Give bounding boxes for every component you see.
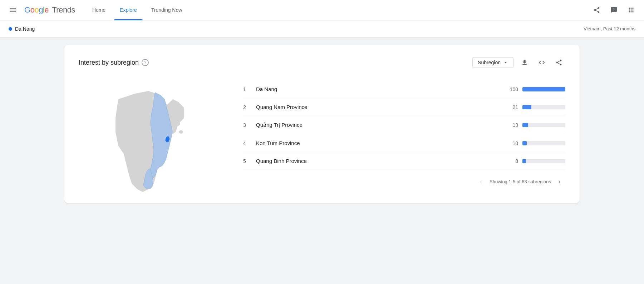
card-controls: Subregion <box>472 56 565 69</box>
rank-bar-container-1 <box>522 87 565 91</box>
rank-bar-fill-3 <box>522 123 528 127</box>
menu-button[interactable] <box>6 3 20 17</box>
next-page-button[interactable]: › <box>554 176 565 187</box>
interest-by-subregion-card: Interest by subregion ? Subregion <box>64 45 580 203</box>
nav-trending-now[interactable]: Trending Now <box>146 0 188 20</box>
rank-bar-container-5 <box>522 159 565 163</box>
rank-row-5: 5 Quang Binh Province 8 <box>243 152 565 170</box>
google-trends-logo: Google Trends <box>24 5 75 15</box>
embed-button[interactable] <box>535 56 548 69</box>
pagination: ‹ Showing 1-5 of 63 subregions › <box>243 176 565 187</box>
rank-row-3: 3 Quảng Trị Province 13 <box>243 116 565 134</box>
main-nav: Home Explore Trending Now <box>87 0 188 20</box>
nav-home[interactable]: Home <box>87 0 111 20</box>
share-card-button[interactable] <box>552 56 565 69</box>
card-header: Interest by subregion ? Subregion <box>79 56 565 69</box>
rank-number-4: 4 <box>243 140 252 146</box>
subregion-dropdown[interactable]: Subregion <box>472 57 514 68</box>
download-button[interactable] <box>518 56 531 69</box>
pagination-text: Showing 1-5 of 63 subregions <box>490 179 551 184</box>
main-content: Interest by subregion ? Subregion <box>0 38 644 210</box>
rank-number-5: 5 <box>243 158 252 164</box>
rank-name-5: Quang Binh Province <box>256 158 507 164</box>
rank-bar-fill-4 <box>522 141 527 145</box>
region-time-label: Vietnam, Past 12 months <box>584 26 635 31</box>
share-button[interactable] <box>590 3 604 17</box>
term-dot <box>9 27 12 31</box>
rank-row-4: 4 Kon Tum Province 10 <box>243 134 565 152</box>
nav-explore[interactable]: Explore <box>114 0 142 20</box>
vietnam-map <box>86 78 222 192</box>
rank-bar-container-4 <box>522 141 565 145</box>
rank-name-1: Da Nang <box>256 86 507 92</box>
rank-row-1: 1 Da Nang 100 <box>243 80 565 98</box>
apps-button[interactable] <box>624 3 638 17</box>
card-body: 1 Da Nang 100 2 Quang Nam Province 21 <box>79 78 565 192</box>
search-term-label: Da Nang <box>15 26 35 32</box>
rank-score-1: 100 <box>507 86 518 92</box>
rank-number-1: 1 <box>243 86 252 92</box>
card-title-text: Interest by subregion <box>79 59 139 66</box>
sub-header: Da Nang Vietnam, Past 12 months <box>0 20 644 38</box>
prev-page-button[interactable]: ‹ <box>475 176 487 187</box>
rank-score-2: 21 <box>507 104 518 110</box>
svg-point-1 <box>179 130 183 134</box>
map-container <box>79 78 229 192</box>
feedback-button[interactable] <box>607 3 621 17</box>
rank-number-2: 2 <box>243 104 252 110</box>
rank-bar-fill-5 <box>522 159 526 163</box>
rank-name-3: Quảng Trị Province <box>256 122 507 128</box>
rank-score-3: 13 <box>507 122 518 128</box>
rankings-panel: 1 Da Nang 100 2 Quang Nam Province 21 <box>243 78 565 192</box>
rank-score-5: 8 <box>507 158 518 164</box>
logo-text: Google Trends <box>24 5 75 15</box>
card-title-group: Interest by subregion ? <box>79 59 149 66</box>
help-icon[interactable]: ? <box>142 59 149 66</box>
rank-row-2: 2 Quang Nam Province 21 <box>243 98 565 116</box>
rank-name-4: Kon Tum Province <box>256 140 507 146</box>
rank-bar-fill-2 <box>522 105 531 109</box>
svg-point-0 <box>174 121 180 126</box>
rank-number-3: 3 <box>243 122 252 128</box>
rank-name-2: Quang Nam Province <box>256 104 507 110</box>
rank-bar-container-2 <box>522 105 565 109</box>
rank-score-4: 10 <box>507 140 518 146</box>
search-term-display: Da Nang <box>9 26 35 32</box>
rank-bar-fill-1 <box>522 87 565 91</box>
header-actions <box>590 3 638 17</box>
app-header: Google Trends Home Explore Trending Now <box>0 0 644 20</box>
rank-bar-container-3 <box>522 123 565 127</box>
